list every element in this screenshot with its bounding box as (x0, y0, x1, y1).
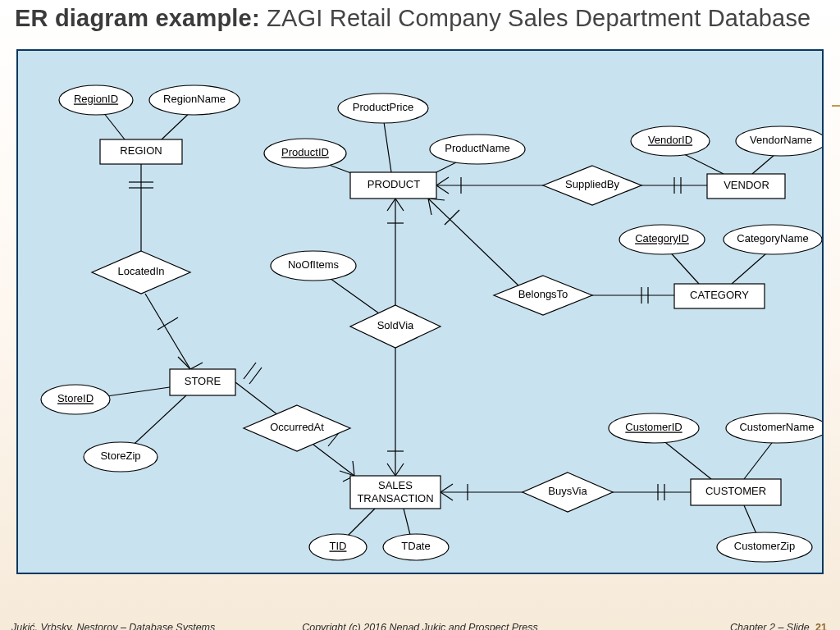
svg-line-14 (249, 368, 262, 384)
svg-line-25 (436, 185, 449, 194)
svg-line-33 (387, 199, 395, 211)
svg-text:SuppliedBy: SuppliedBy (565, 178, 619, 190)
title-rest: ZAGI Retail Company Sales Department Dat… (260, 5, 811, 31)
attr-category-id: CategoryID (619, 225, 705, 254)
svg-line-41 (428, 199, 518, 285)
attr-vendor-name: VendorName (736, 126, 822, 156)
entity-customer: CUSTOMER (691, 479, 781, 505)
svg-text:BuysVia: BuysVia (548, 485, 587, 497)
attr-region-name: RegionName (149, 85, 240, 115)
svg-line-53 (441, 484, 453, 492)
entity-category: CATEGORY (674, 284, 765, 308)
svg-line-54 (441, 492, 453, 500)
svg-line-17 (353, 461, 354, 476)
footer-right: Chapter 2 – Slide 21 (730, 622, 827, 630)
svg-text:CustomerZip: CustomerZip (734, 540, 795, 552)
entity-sales-transaction: SALES TRANSACTION (350, 476, 441, 509)
svg-line-16 (340, 471, 354, 476)
title-lead: ER diagram example: (15, 5, 260, 31)
svg-text:CUSTOMER: CUSTOMER (705, 485, 766, 497)
svg-text:TRANSACTION: TRANSACTION (357, 492, 433, 504)
attr-category-name: CategoryName (724, 225, 822, 254)
svg-line-15 (313, 445, 354, 476)
er-diagram: REGION STORE PRODUCT VENDOR CATEGORY SAL… (18, 51, 822, 573)
svg-text:CategoryName: CategoryName (737, 232, 808, 244)
svg-line-34 (395, 199, 404, 211)
svg-text:NoOfItems: NoOfItems (288, 258, 340, 271)
svg-line-21 (383, 116, 391, 172)
svg-line-38 (387, 463, 395, 476)
attr-region-id: RegionID (59, 85, 133, 115)
svg-text:ProductID: ProductID (281, 146, 329, 158)
svg-text:REGION: REGION (120, 144, 162, 157)
svg-line-5 (145, 294, 190, 369)
attr-vendor-id: VendorID (631, 126, 710, 156)
attr-product-id: ProductID (264, 139, 346, 168)
rel-belongs-to: BelongsTo (494, 276, 592, 315)
attr-customer-zip: CustomerZip (717, 532, 812, 562)
attr-store-zip: StoreZip (84, 442, 158, 472)
svg-text:CATEGORY: CATEGORY (690, 289, 749, 301)
rel-occurred-at: OccurredAt (244, 405, 350, 451)
svg-text:TID: TID (330, 540, 347, 552)
svg-text:PRODUCT: PRODUCT (368, 178, 420, 190)
svg-text:StoreID: StoreID (57, 392, 94, 404)
rel-sold-via: SoldVia (350, 305, 441, 348)
svg-text:StoreZip: StoreZip (100, 450, 140, 462)
attr-tdate: TDate (383, 534, 449, 560)
entity-region: REGION (100, 139, 182, 164)
attr-product-name: ProductName (430, 135, 525, 164)
svg-text:OccurredAt: OccurredAt (270, 421, 324, 433)
attr-store-id: StoreID (41, 385, 110, 414)
svg-line-7 (190, 363, 203, 369)
er-diagram-frame: REGION STORE PRODUCT VENDOR CATEGORY SAL… (16, 49, 824, 574)
svg-text:LocatedIn: LocatedIn (117, 265, 164, 277)
svg-text:CategoryID: CategoryID (635, 232, 689, 244)
entity-store: STORE (170, 369, 235, 395)
rel-buys-via: BuysVia (523, 472, 613, 512)
svg-text:TDate: TDate (401, 540, 430, 552)
svg-text:CustomerName: CustomerName (739, 421, 814, 433)
svg-text:BelongsTo: BelongsTo (518, 288, 568, 300)
svg-text:ProductName: ProductName (445, 142, 509, 154)
svg-line-39 (395, 463, 404, 476)
svg-text:VENDOR: VENDOR (724, 179, 769, 191)
svg-text:STORE: STORE (185, 375, 221, 387)
svg-text:VendorID: VendorID (648, 134, 692, 146)
svg-text:CustomerID: CustomerID (625, 421, 682, 433)
entity-product: PRODUCT (350, 172, 436, 199)
svg-text:RegionName: RegionName (163, 93, 226, 105)
accent-line (832, 105, 840, 107)
attr-no-of-items: NoOfItems (271, 251, 356, 281)
footer-right-label: Chapter 2 – Slide (730, 622, 810, 630)
attr-customer-id: CustomerID (609, 413, 699, 443)
svg-text:VendorName: VendorName (750, 134, 812, 146)
svg-text:SALES: SALES (378, 479, 413, 491)
svg-text:SoldVia: SoldVia (377, 319, 414, 331)
slide: ER diagram example: ZAGI Retail Company … (0, 0, 840, 630)
footer-page-number: 21 (815, 622, 827, 630)
attr-product-price: ProductPrice (338, 94, 428, 123)
svg-line-44 (445, 210, 459, 225)
svg-line-13 (244, 363, 256, 379)
svg-text:RegionID: RegionID (74, 93, 118, 105)
footer-center: Copyright (c) 2016 Nenad Jukic and Prosp… (0, 622, 840, 630)
svg-line-24 (436, 177, 449, 185)
attr-customer-name: CustomerName (726, 413, 822, 443)
slide-title: ER diagram example: ZAGI Retail Company … (15, 5, 810, 32)
svg-text:ProductPrice: ProductPrice (353, 101, 413, 113)
entity-vendor: VENDOR (707, 174, 785, 199)
rel-supplied-by: SuppliedBy (543, 166, 641, 205)
attr-tid: TID (309, 534, 367, 560)
rel-located-in: LocatedIn (92, 251, 190, 294)
